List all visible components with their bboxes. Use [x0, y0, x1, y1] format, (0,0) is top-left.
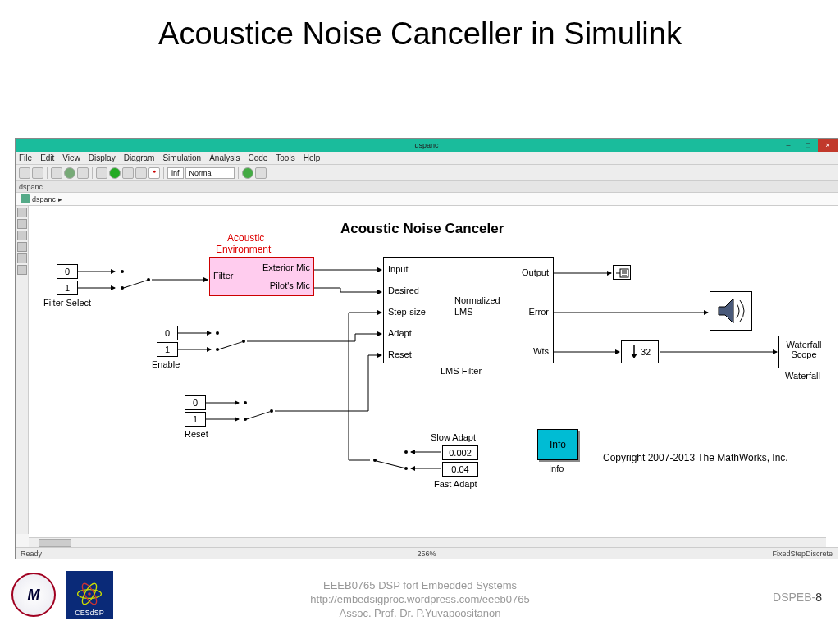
simulink-window: dspanc – □ × File Edit View Display Diag… [15, 138, 838, 559]
slide-number: DSPEB-8 [773, 591, 822, 604]
record-icon[interactable]: ● [148, 167, 160, 179]
stoptime-field[interactable]: inf [167, 167, 184, 179]
fit-icon[interactable] [17, 219, 27, 229]
slide-footer: M CESdSP EEEB0765 DSP fort Embedded Syst… [0, 568, 840, 625]
lms-center-1: Normalized [454, 295, 500, 305]
switch-filter-select[interactable] [121, 270, 124, 273]
sim-mode-select[interactable]: Normal [185, 167, 235, 179]
run-icon[interactable] [109, 167, 121, 179]
zoom-icon[interactable] [17, 208, 27, 217]
menu-view[interactable]: View [62, 153, 80, 162]
const-reset-0[interactable]: 0 [185, 395, 206, 410]
port-input: Input [388, 264, 408, 274]
block-audio-sink[interactable] [710, 291, 752, 331]
block-waterfall-scope[interactable]: Waterfall Scope [778, 336, 829, 368]
copyright-text: Copyright 2007-2013 The MathWorks, Inc. [603, 452, 788, 463]
hide-icon[interactable] [17, 242, 27, 252]
toolbar: ● inf Normal [16, 165, 838, 181]
waterfall-line1: Waterfall [779, 340, 829, 349]
switch-adapt[interactable] [404, 450, 408, 454]
minimize-button[interactable]: – [778, 139, 798, 152]
image-icon[interactable] [17, 265, 27, 275]
menu-tools[interactable]: Tools [276, 153, 294, 162]
status-ready: Ready [21, 550, 291, 558]
switch-enable[interactable] [216, 331, 219, 335]
block-lms-filter[interactable]: Input Desired Step-size Adapt Reset Norm… [383, 257, 554, 363]
port-exterior-mic: Exterior Mic [262, 262, 310, 272]
port-reset: Reset [388, 349, 412, 359]
const-filter-select-0[interactable]: 0 [57, 264, 78, 279]
menu-display[interactable]: Display [89, 153, 116, 162]
titlebar[interactable]: dspanc – □ × [16, 139, 838, 152]
port-stepsize: Step-size [388, 307, 426, 317]
new-model-icon[interactable] [19, 167, 30, 179]
port-error: Error [529, 307, 549, 317]
svg-point-24 [88, 592, 91, 596]
const-reset-1[interactable]: 1 [185, 412, 206, 427]
port-desired: Desired [388, 285, 419, 295]
breadcrumb-text: dspanc ▸ [32, 195, 62, 203]
breadcrumb[interactable]: dspanc ▸ [16, 193, 838, 206]
footer-line2: http://embedsigproc.wordpress.com/eeeb07… [310, 593, 529, 607]
canvas[interactable]: Acoustic Noise Canceler [29, 206, 838, 547]
model-tab[interactable]: dspanc [19, 183, 43, 191]
menu-code[interactable]: Code [248, 153, 267, 162]
menubar: File Edit View Display Diagram Simulatio… [16, 152, 838, 165]
stop-icon[interactable] [135, 167, 147, 179]
menu-file[interactable]: File [19, 153, 32, 162]
menu-simulation[interactable]: Simulation [162, 153, 201, 162]
scrollbar-horizontal[interactable] [29, 537, 826, 547]
footer-line1: EEEB0765 DSP fort Embedded Systems [310, 579, 529, 593]
model-icon [21, 194, 30, 203]
explorer-icon[interactable] [77, 167, 89, 179]
label-info: Info [549, 463, 564, 473]
tabbar: dspanc [16, 181, 838, 193]
library-icon[interactable] [51, 167, 62, 179]
switch-reset[interactable] [244, 401, 247, 404]
analyzer-icon[interactable] [255, 167, 267, 179]
block-acoustic-environment[interactable]: Filter Exterior Mic Pilot's Mic [209, 257, 314, 296]
const-enable-1[interactable]: 1 [157, 342, 178, 357]
menu-edit[interactable]: Edit [40, 153, 54, 162]
footer-text: EEEB0765 DSP fort Embedded Systems http:… [310, 579, 529, 621]
forward-icon[interactable] [122, 167, 134, 179]
label-fast-adapt: Fast Adapt [434, 479, 477, 489]
annotate-icon[interactable] [17, 253, 27, 263]
const-fast-adapt[interactable]: 0.04 [442, 462, 478, 477]
port-pilots-mic: Pilot's Mic [270, 281, 310, 290]
university-logo: M [11, 573, 56, 617]
svg-marker-20 [719, 299, 733, 323]
save-icon[interactable] [32, 167, 43, 179]
lms-center-2: LMS [454, 307, 473, 317]
block-to-workspace[interactable] [613, 265, 631, 280]
maximize-button[interactable]: □ [798, 139, 818, 152]
block-info[interactable]: Info [537, 429, 578, 460]
downsample-value: 32 [641, 347, 651, 357]
back-icon[interactable] [96, 167, 107, 179]
svg-marker-19 [631, 354, 637, 358]
footer-line3: Assoc. Prof. Dr. P.Yuvapoositanon [310, 607, 529, 621]
label-slow-adapt: Slow Adapt [431, 432, 476, 442]
status-solver: FixedStepDiscrete [562, 550, 833, 558]
config-icon[interactable] [64, 167, 75, 179]
menu-diagram[interactable]: Diagram [124, 153, 155, 162]
label-acoustic-2: Environment [216, 244, 271, 255]
slide-title: Acoustice Noise Canceller in Simulink [0, 0, 840, 60]
waterfall-line2: Scope [779, 349, 829, 359]
const-filter-select-1[interactable]: 1 [57, 281, 78, 295]
menu-help[interactable]: Help [304, 153, 321, 162]
menu-analysis[interactable]: Analysis [209, 153, 240, 162]
statusbar: Ready 256% FixedStepDiscrete [16, 547, 838, 559]
label-acoustic-1: Acoustic [227, 232, 264, 244]
const-enable-0[interactable]: 0 [157, 326, 178, 340]
block-downsample[interactable]: 32 [621, 340, 659, 363]
close-button[interactable]: × [818, 139, 838, 152]
port-output: Output [522, 267, 549, 277]
label-reset: Reset [185, 429, 208, 439]
atom-icon [75, 579, 104, 609]
const-slow-adapt[interactable]: 0.002 [442, 445, 478, 460]
side-toolbar [16, 206, 29, 534]
pan-icon[interactable] [17, 231, 27, 240]
refresh-icon[interactable] [242, 167, 253, 179]
port-filter: Filter [213, 271, 233, 281]
